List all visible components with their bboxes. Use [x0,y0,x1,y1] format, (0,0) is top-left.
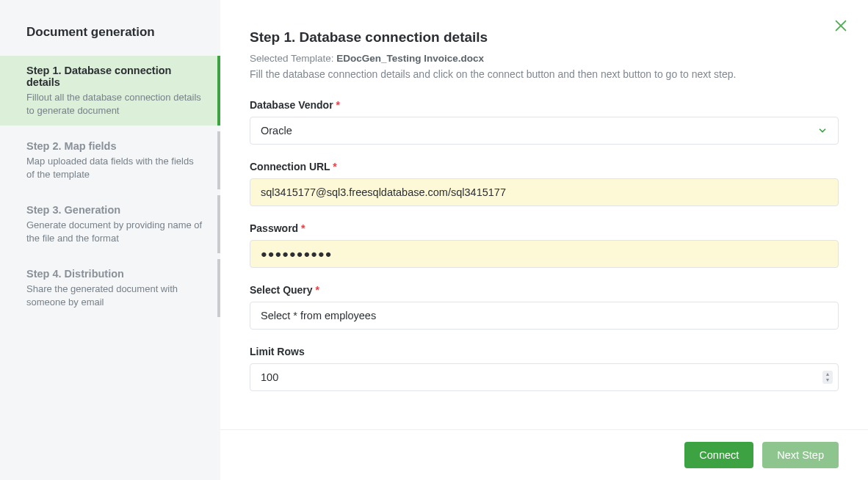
wizard-footer: Connect Next Step [220,429,868,480]
wizard-step-4-desc: Share the generated document with someon… [26,283,203,308]
password-label: Password * [250,222,839,234]
document-generation-modal: Document generation Step 1. Database con… [0,0,868,480]
wizard-main: Step 1. Database connection details Sele… [220,0,868,480]
wizard-step-4-title: Step 4. Distribution [26,268,203,280]
connect-button[interactable]: Connect [684,442,753,468]
chevron-down-icon [817,126,828,136]
selected-template-label: Selected Template: [250,53,336,64]
wizard-step-1-desc: Fillout all the database connection deta… [26,91,203,117]
wizard-step-3-desc: Generate document by providing name of t… [26,219,203,244]
vendor-select-value: Oracle [261,125,292,137]
wizard-step-3-title: Step 3. Generation [26,204,203,216]
wizard-step-2-title: Step 2. Map fields [26,140,203,152]
chevron-down-icon: ▼ [825,377,831,383]
wizard-step-2-desc: Map uploaded data fields with the fields… [26,155,203,181]
vendor-select[interactable]: Oracle [250,117,839,145]
select-query-input[interactable] [250,302,839,330]
wizard-step-2[interactable]: Step 2. Map fields Map uploaded data fie… [0,131,220,189]
number-stepper[interactable]: ▲ ▼ [822,371,833,384]
wizard-sidebar: Document generation Step 1. Database con… [0,0,220,480]
limit-rows-input[interactable] [250,363,839,391]
wizard-step-1-title: Step 1. Database connection details [26,65,203,88]
wizard-step-3[interactable]: Step 3. Generation Generate document by … [0,195,220,253]
connection-url-input[interactable] [250,178,839,206]
selected-template-value: EDocGen_Testing Invoice.docx [336,53,484,64]
chevron-up-icon: ▲ [825,371,831,377]
wizard-step-4[interactable]: Step 4. Distribution Share the generated… [0,259,220,317]
close-icon [833,18,849,34]
select-query-label: Select Query * [250,284,839,296]
sidebar-title: Document generation [0,25,220,56]
wizard-step-1[interactable]: Step 1. Database connection details Fill… [0,56,220,126]
next-step-button[interactable]: Next Step [762,442,839,468]
selected-template-line: Selected Template: EDocGen_Testing Invoi… [250,53,839,64]
password-input[interactable] [250,240,839,268]
instructions-text: Fill the database connection details and… [250,68,839,80]
page-heading: Step 1. Database connection details [250,29,839,46]
vendor-label: Database Vendor * [250,99,839,111]
limit-rows-label: Limit Rows [250,346,839,357]
connection-url-label: Connection URL * [250,161,839,172]
close-button[interactable] [833,18,849,34]
